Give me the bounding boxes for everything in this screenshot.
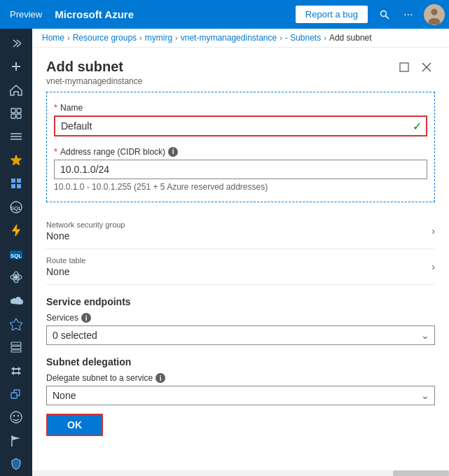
sidebar-item-home[interactable] — [0, 78, 32, 102]
sidebar-item-create[interactable] — [0, 55, 32, 78]
svg-rect-17 — [17, 184, 21, 188]
panel-subtitle: vnet-mymanagedinstance — [46, 76, 142, 86]
sidebar-item-lightning[interactable] — [0, 218, 32, 241]
svg-text:SQL: SQL — [11, 253, 22, 259]
route-table-section-row[interactable]: Route table None › — [46, 249, 435, 285]
subnet-delegation-heading: Subnet delegation — [46, 356, 435, 368]
sidebar-item-shield[interactable] — [0, 453, 32, 476]
address-range-input[interactable] — [54, 160, 427, 179]
services-info-icon[interactable]: i — [81, 313, 91, 323]
svg-rect-15 — [17, 178, 21, 183]
svg-rect-10 — [17, 114, 21, 118]
search-icon[interactable] — [373, 4, 396, 26]
service-endpoints-heading: Service endpoints — [46, 296, 435, 307]
sidebar-item-orbit[interactable] — [0, 265, 32, 288]
delegate-field-group: Delegate subnet to a service i None ⌄ — [46, 373, 435, 405]
delegate-dropdown[interactable]: None — [46, 386, 435, 405]
breadcrumb-add-subnet: Add subnet — [329, 33, 372, 43]
svg-point-31 — [13, 415, 15, 416]
breadcrumb: Home › Resource groups › mymirg › vnet-m… — [32, 29, 449, 48]
svg-point-0 — [381, 10, 387, 16]
route-table-chevron-icon: › — [431, 261, 435, 272]
breadcrumb-mymirg[interactable]: mymirg — [145, 33, 172, 43]
services-label-text: Services — [46, 313, 78, 323]
panel-body: * Name ✓ * Address range (CIDR block) — [32, 92, 449, 453]
nsg-section-row[interactable]: Network security group None › — [46, 214, 435, 249]
preview-button[interactable]: Preview — [0, 0, 52, 29]
route-table-content: Route table None — [46, 256, 85, 277]
panel-title: Add subnet — [46, 59, 142, 75]
breadcrumb-vnet[interactable]: vnet-mymanagedinstance — [181, 33, 277, 43]
sidebar-item-storage[interactable] — [0, 335, 32, 358]
svg-line-1 — [386, 15, 389, 19]
nsg-value: None — [46, 230, 125, 241]
top-nav-icons: ··· — [373, 4, 420, 26]
sidebar-item-sql[interactable]: SQL — [0, 195, 32, 218]
breadcrumb-resource-groups[interactable]: Resource groups — [73, 33, 137, 43]
svg-rect-34 — [400, 63, 408, 71]
ok-button[interactable]: OK — [46, 414, 103, 436]
more-options-icon[interactable]: ··· — [397, 4, 420, 26]
services-dropdown[interactable]: 0 selected — [46, 326, 435, 345]
close-icon[interactable] — [418, 59, 435, 76]
sidebar-item-marketplace[interactable] — [0, 172, 32, 195]
svg-text:SQL: SQL — [11, 205, 22, 211]
breadcrumb-sep-5: › — [324, 34, 326, 42]
ok-btn-area: OK — [46, 405, 435, 439]
scroll-thumb[interactable] — [393, 470, 449, 476]
sidebar-item-dashboard[interactable] — [0, 102, 32, 125]
preview-label: Preview — [10, 9, 42, 20]
svg-rect-29 — [11, 393, 17, 398]
delegate-label: Delegate subnet to a service i — [46, 373, 435, 383]
breadcrumb-sep-3: › — [175, 34, 178, 42]
name-label-text: Name — [60, 103, 83, 113]
address-required-star: * — [54, 146, 57, 157]
svg-rect-7 — [11, 108, 15, 113]
sidebar-item-extension[interactable] — [0, 382, 32, 405]
breadcrumb-sep-4: › — [279, 34, 282, 42]
name-field-label: * Name — [54, 102, 427, 113]
address-range-label-text: Address range (CIDR block) — [60, 147, 165, 157]
report-bug-button[interactable]: Report a bug — [296, 6, 368, 23]
panel: Add subnet vnet-mymanagedinstance — [32, 48, 449, 470]
breadcrumb-subnets[interactable]: - Subnets — [285, 33, 321, 43]
sidebar-item-arrows[interactable] — [0, 359, 32, 382]
address-info-icon[interactable]: i — [168, 147, 178, 157]
svg-point-30 — [11, 412, 22, 423]
name-input-wrapper: ✓ — [54, 115, 427, 136]
scroll-indicator — [32, 470, 449, 476]
address-hint-text: 10.0.1.0 - 10.0.1.255 (251 + 5 Azure res… — [54, 182, 427, 192]
nsg-chevron-icon: › — [431, 225, 435, 237]
svg-rect-8 — [17, 108, 21, 113]
panel-header-icons — [396, 59, 435, 76]
svg-rect-9 — [11, 114, 15, 118]
sidebar-item-cloud[interactable] — [0, 289, 32, 312]
name-field-group: * Name ✓ — [54, 102, 427, 136]
required-fields-section: * Name ✓ * Address range (CIDR block) — [46, 92, 435, 202]
breadcrumb-sep-1: › — [67, 34, 70, 42]
address-range-label: * Address range (CIDR block) i — [54, 146, 427, 157]
delegate-info-icon[interactable]: i — [156, 373, 165, 383]
name-required-star: * — [54, 102, 57, 113]
sidebar-item-favorites[interactable] — [0, 148, 32, 172]
delegate-label-text: Delegate subnet to a service — [46, 373, 153, 383]
delegate-dropdown-wrapper: None ⌄ — [46, 386, 435, 405]
input-valid-icon: ✓ — [413, 120, 422, 133]
avatar[interactable] — [424, 4, 445, 25]
svg-marker-25 — [10, 318, 22, 330]
nsg-label: Network security group — [46, 220, 125, 229]
sidebar-item-flag[interactable] — [0, 429, 32, 452]
name-input[interactable] — [54, 115, 427, 136]
svg-point-32 — [18, 415, 19, 416]
content-area: Home › Resource groups › mymirg › vnet-m… — [32, 29, 449, 476]
address-range-field-group: * Address range (CIDR block) i 10.0.1.0 … — [54, 146, 427, 192]
sidebar-item-face[interactable] — [0, 406, 32, 429]
sidebar-item-sql2[interactable]: SQL — [0, 242, 32, 265]
breadcrumb-home[interactable]: Home — [42, 33, 64, 43]
svg-rect-26 — [11, 342, 21, 345]
sidebar-item-partner[interactable] — [0, 312, 32, 335]
maximize-icon[interactable] — [396, 59, 413, 76]
sidebar-item-all-services[interactable] — [0, 125, 32, 148]
sidebar-item-collapse[interactable] — [0, 31, 32, 55]
app-title: Microsoft Azure — [52, 8, 296, 20]
